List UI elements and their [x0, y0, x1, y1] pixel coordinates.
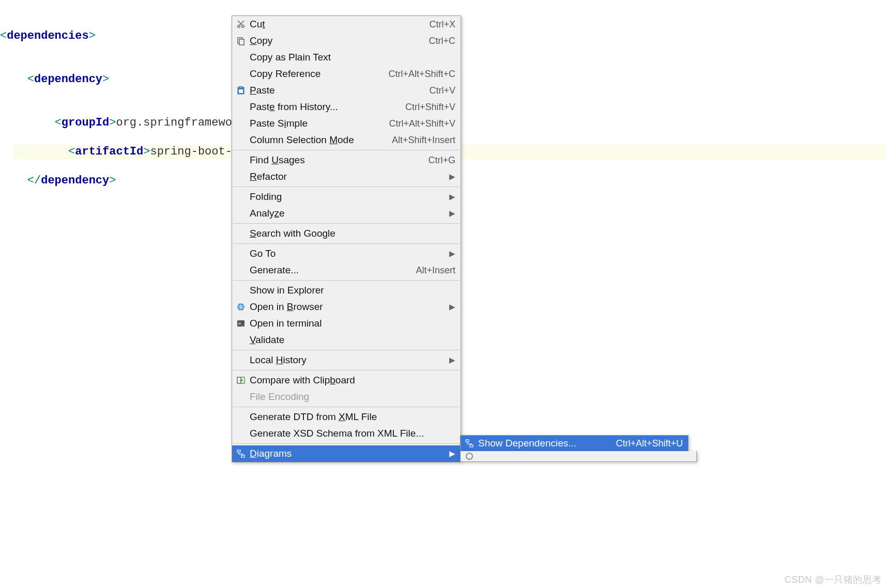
submenu-arrow-icon: ▶	[449, 192, 455, 202]
menu-separator	[233, 223, 460, 224]
shortcut-text: Ctrl+Alt+Shift+V	[389, 118, 455, 129]
menu-label: Paste from History...	[250, 101, 338, 113]
menu-separator	[233, 187, 460, 187]
menu-separator	[233, 243, 460, 244]
blank-icon	[235, 411, 247, 423]
context-menu[interactable]: CutCtrl+XCopyCtrl+CCopy as Plain TextCop…	[232, 16, 461, 462]
menu-label: File Encoding	[250, 391, 309, 403]
submenu-arrow-icon: ▶	[449, 302, 455, 312]
menu-label: Analyze	[250, 208, 285, 219]
scissors-icon	[235, 19, 247, 30]
menu-item-diagrams[interactable]: Diagrams▶	[232, 445, 461, 462]
svg-rect-13	[241, 455, 245, 457]
menu-item-paste-simple[interactable]: Paste SimpleCtrl+Alt+Shift+V	[232, 115, 461, 132]
blank-icon	[235, 191, 247, 203]
submenu-arrow-icon: ▶	[449, 449, 455, 458]
menu-label: Paste	[250, 85, 275, 96]
diagrams-submenu[interactable]: Show Dependencies... Ctrl+Alt+Shift+U	[460, 435, 689, 452]
svg-rect-3	[239, 39, 244, 45]
svg-rect-5	[239, 87, 242, 88]
menu-label: Generate XSD Schema from XML File...	[250, 428, 424, 439]
blank-icon	[235, 52, 247, 63]
submenu-arrow-icon: ▶	[449, 209, 455, 218]
compare-icon	[235, 375, 247, 386]
blank-icon	[235, 101, 247, 113]
submenu-arrow-icon: ▶	[449, 355, 455, 365]
menu-separator	[233, 280, 460, 281]
shortcut-text: Alt+Shift+Insert	[392, 135, 455, 146]
submenu-partial-row[interactable]	[460, 451, 697, 462]
menu-item-search-google[interactable]: Search with Google	[232, 225, 461, 242]
menu-label: Column Selection Mode	[250, 134, 354, 146]
menu-label: Compare with Clipboard	[250, 375, 355, 386]
shortcut-text: Alt+Insert	[416, 265, 455, 276]
blank-icon	[235, 228, 247, 239]
menu-separator	[233, 443, 460, 444]
menu-item-analyze[interactable]: Analyze▶	[232, 205, 461, 222]
menu-item-show-dependencies[interactable]: Show Dependencies... Ctrl+Alt+Shift+U	[461, 436, 688, 451]
menu-label: Folding	[250, 191, 282, 203]
globe-icon	[235, 301, 247, 313]
menu-item-cut[interactable]: CutCtrl+X	[232, 16, 461, 33]
menu-item-show-explorer[interactable]: Show in Explorer	[232, 282, 461, 299]
blank-icon	[235, 248, 247, 259]
menu-item-gen-dtd[interactable]: Generate DTD from XML File	[232, 409, 461, 425]
blank-icon	[235, 354, 247, 366]
menu-item-find-usages[interactable]: Find UsagesCtrl+G	[232, 152, 461, 168]
menu-label: Refactor	[250, 171, 287, 182]
blank-icon	[235, 134, 247, 146]
svg-text:>_: >_	[238, 321, 244, 326]
menu-label: Paste Simple	[250, 118, 308, 129]
menu-label: Open in terminal	[250, 318, 322, 329]
menu-label: Diagrams	[250, 448, 292, 459]
menu-label: Search with Google	[250, 228, 335, 239]
blank-icon	[235, 154, 247, 166]
blank-icon	[235, 428, 247, 439]
menu-label: Local History	[250, 354, 307, 366]
menu-label: Copy as Plain Text	[250, 52, 331, 63]
paste-icon	[235, 85, 247, 96]
menu-item-col-sel[interactable]: Column Selection ModeAlt+Shift+Insert	[232, 132, 461, 148]
submenu-arrow-icon: ▶	[449, 249, 455, 258]
shortcut-text: Ctrl+Shift+V	[405, 102, 455, 113]
menu-item-validate[interactable]: Validate	[232, 332, 461, 348]
menu-item-compare-clip[interactable]: Compare with Clipboard	[232, 372, 461, 389]
menu-label: Generate...	[250, 265, 299, 276]
diagram-icon	[235, 448, 247, 459]
menu-item-copy-ref[interactable]: Copy ReferenceCtrl+Alt+Shift+C	[232, 66, 461, 82]
menu-label: Copy	[250, 35, 272, 47]
menu-item-open-browser[interactable]: Open in Browser▶	[232, 299, 461, 315]
menu-item-copy-plain[interactable]: Copy as Plain Text	[232, 49, 461, 66]
menu-label: Generate DTD from XML File	[250, 411, 377, 423]
menu-label: Open in Browser	[250, 301, 323, 313]
menu-label: Copy Reference	[250, 68, 320, 80]
menu-label: Show Dependencies...	[478, 438, 576, 449]
menu-item-file-encoding: File Encoding	[232, 389, 461, 405]
submenu-arrow-icon: ▶	[449, 172, 455, 181]
terminal-icon: >_	[235, 318, 247, 329]
menu-label: Find Usages	[250, 154, 305, 166]
menu-item-paste-history[interactable]: Paste from History...Ctrl+Shift+V	[232, 99, 461, 115]
menu-separator	[233, 370, 460, 370]
menu-item-generate[interactable]: Generate...Alt+Insert	[232, 262, 461, 278]
svg-rect-6	[239, 89, 243, 93]
menu-item-open-terminal[interactable]: >_Open in terminal	[232, 315, 461, 332]
menu-separator	[233, 407, 460, 407]
svg-rect-15	[470, 445, 473, 447]
svg-rect-12	[237, 450, 240, 452]
svg-rect-14	[466, 440, 469, 442]
menu-item-local-history[interactable]: Local History▶	[232, 352, 461, 368]
menu-label: Validate	[250, 334, 284, 346]
shortcut-text: Ctrl+Alt+Shift+C	[388, 69, 455, 80]
menu-item-refactor[interactable]: Refactor▶	[232, 168, 461, 185]
menu-separator	[233, 350, 460, 350]
diagram-icon	[464, 438, 475, 449]
menu-item-copy[interactable]: CopyCtrl+C	[232, 33, 461, 49]
blank-icon	[235, 171, 247, 182]
menu-item-folding[interactable]: Folding▶	[232, 189, 461, 205]
menu-item-paste[interactable]: PasteCtrl+V	[232, 82, 461, 99]
menu-item-gen-xsd[interactable]: Generate XSD Schema from XML File...	[232, 425, 461, 442]
shortcut-text: Ctrl+X	[429, 19, 455, 30]
menu-item-go-to[interactable]: Go To▶	[232, 245, 461, 262]
blank-icon	[235, 118, 247, 129]
